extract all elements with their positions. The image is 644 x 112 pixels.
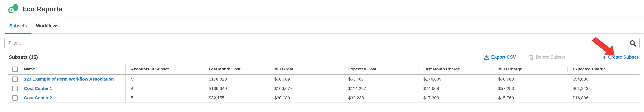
create-subset-label: Create Subset (608, 54, 638, 60)
search-button[interactable] (630, 40, 636, 47)
subset-name-link[interactable]: Cost Center 1 (24, 86, 52, 91)
cell-mtd-charge: $50,960 (493, 74, 568, 84)
tab-workflows[interactable]: Workflows (32, 18, 63, 33)
eco-logo-icon (8, 4, 19, 14)
cell-accounts: 4 (126, 84, 204, 93)
cell-expected-cost: $32,238 (343, 93, 418, 102)
column-header-last-month-charge: Last Month Charge (418, 64, 493, 74)
tab-subsets[interactable]: Subsets (5, 18, 32, 33)
row-checkbox[interactable] (12, 86, 18, 91)
cell-expected-charge: $54,600 (568, 74, 640, 84)
cell-accounts: 5 (126, 93, 204, 102)
cell-expected-cost: $53,667 (343, 74, 418, 84)
cell-mtd-charge: $15,769 (493, 93, 568, 102)
select-all-checkbox[interactable] (12, 66, 18, 72)
tab-subsets-label: Subsets (10, 23, 27, 28)
cell-mtd-cost: $30,089 (269, 93, 343, 102)
cell-accounts: 5 (126, 74, 204, 84)
cell-expected-cost: $114,297 (343, 84, 418, 93)
search-icon (630, 40, 636, 47)
plus-icon: + (603, 54, 606, 60)
column-header-expected-cost: Expected Cost (343, 64, 418, 74)
cell-last-month-cost: $176,820 (204, 74, 269, 84)
column-header-expected-charge: Expected Charge (568, 64, 640, 74)
column-header-last-month-cost: Last Month Cost (204, 64, 269, 74)
filter-input[interactable] (4, 38, 640, 48)
column-header-mtd-cost: MTD Cost (269, 64, 343, 74)
subsets-table: Name Accounts in Subset Last Month Cost … (8, 64, 640, 103)
trash-icon (529, 54, 534, 60)
tab-bar: Subsets Workflows (5, 18, 644, 34)
download-icon (484, 54, 489, 60)
column-header-name: Name (22, 64, 126, 74)
row-checkbox[interactable] (12, 95, 18, 100)
table-row: 123 Example of Perm Workflow Association… (8, 74, 640, 84)
row-checkbox[interactable] (12, 76, 18, 82)
table-row: Cost Center 2 5 $32,155 $30,089 $32,238 … (8, 93, 640, 102)
column-header-accounts-in-subset: Accounts in Subset (126, 64, 204, 74)
subset-name-link[interactable]: Cost Center 2 (24, 96, 52, 100)
cell-expected-charge: $61,343 (568, 84, 640, 93)
cell-mtd-cost: $106,677 (269, 84, 343, 93)
column-header-mtd-charge: MTD Charge (493, 64, 568, 74)
filter-bar (4, 38, 640, 48)
cell-mtd-cost: $50,089 (269, 74, 343, 84)
subset-name-link[interactable]: 123 Example of Perm Workflow Association (24, 77, 114, 82)
table-header-row: Name Accounts in Subset Last Month Cost … (8, 64, 640, 74)
cell-last-month-cost: $32,155 (204, 93, 269, 102)
tab-workflows-label: Workflows (36, 23, 58, 28)
page-title: Eco Reports (22, 5, 62, 13)
cell-last-month-charge: $17,303 (418, 93, 493, 102)
section-title: Subsets (15) (9, 54, 38, 60)
delete-subset-button[interactable]: Delete Subset (529, 54, 565, 60)
delete-subset-label: Delete Subset (536, 54, 565, 60)
export-csv-label: Export CSV (491, 54, 516, 60)
cell-mtd-charge: $57,253 (493, 84, 568, 93)
export-csv-button[interactable]: Export CSV (484, 54, 516, 60)
select-all-cell (8, 64, 22, 74)
eco-reports-page: Eco Reports Subsets Workflows Subsets (1… (0, 0, 644, 112)
cell-last-month-charge: $174,839 (418, 74, 493, 84)
app-header: Eco Reports (0, 0, 644, 18)
table-actions: Export CSV Delete Subset + Create Subset (484, 54, 638, 60)
cell-last-month-charge: $74,668 (418, 84, 493, 93)
cell-expected-charge: $16,896 (568, 93, 640, 102)
section-bar: Subsets (15) Export CSV Delete Subset (9, 54, 638, 60)
table-row: Cost Center 1 4 $139,649 $106,677 $114,2… (8, 84, 640, 93)
create-subset-button[interactable]: + Create Subset (603, 54, 638, 60)
cell-last-month-cost: $139,649 (204, 84, 269, 93)
